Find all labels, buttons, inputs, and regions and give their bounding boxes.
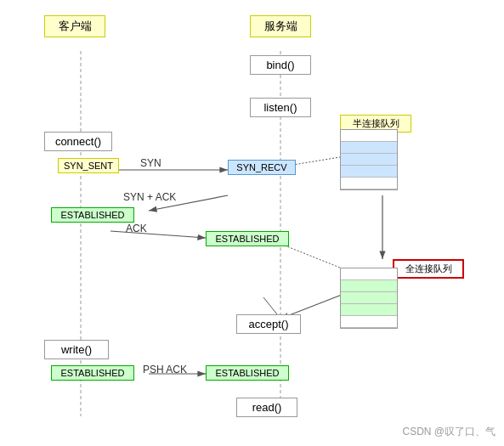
syn-recv-badge: SYN_RECV — [228, 160, 296, 175]
read-box: read() — [236, 398, 297, 417]
client-label: 客户端 — [44, 15, 105, 37]
half-queue-visual — [340, 129, 398, 190]
syn-ack-label: SYN + ACK — [123, 191, 176, 203]
established-client: ESTABLISHED — [51, 207, 134, 223]
syn-sent-badge: SYN_SENT — [58, 158, 119, 173]
diagram: 客户端 服务端 bind() listen() connect() SYN_SE… — [0, 0, 504, 446]
server-label: 服务端 — [250, 15, 311, 37]
syn-label: SYN — [140, 157, 161, 169]
connect-box: connect() — [44, 132, 112, 151]
full-queue-label: 全连接队列 — [393, 259, 464, 279]
established-write-server: ESTABLISHED — [206, 365, 289, 381]
established-server: ESTABLISHED — [206, 231, 289, 246]
psh-ack-label: PSH ACK — [143, 364, 187, 375]
svg-line-4 — [110, 231, 206, 238]
bind-box: bind() — [250, 55, 311, 75]
write-box: write() — [44, 340, 109, 359]
accept-box: accept() — [236, 314, 301, 334]
full-queue-visual — [340, 268, 398, 329]
listen-box: listen() — [250, 98, 311, 117]
watermark: CSDN @叹了口、气 — [402, 425, 496, 439]
established-write-client: ESTABLISHED — [51, 365, 134, 381]
ack-label: ACK — [126, 223, 147, 234]
